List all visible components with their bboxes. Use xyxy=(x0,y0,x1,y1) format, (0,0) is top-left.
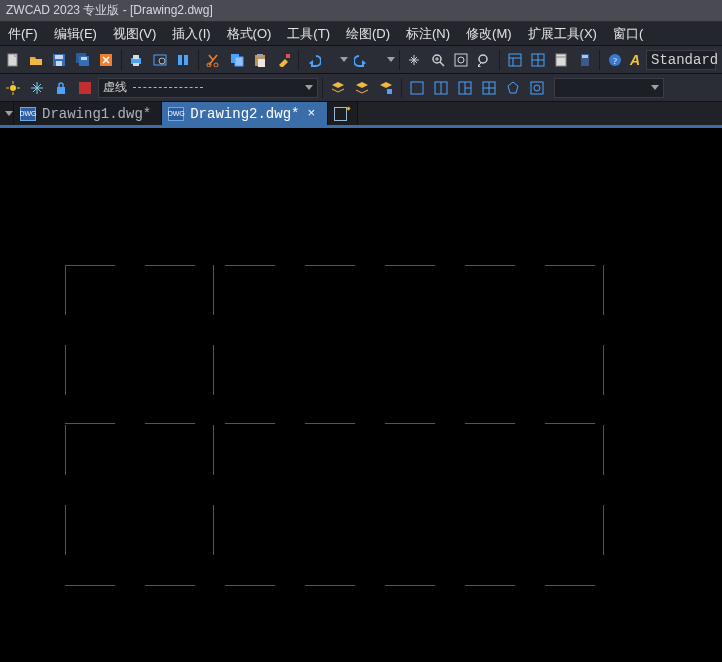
new-document-tab[interactable] xyxy=(328,102,358,125)
text-style-select[interactable]: Standard xyxy=(646,50,716,70)
svg-rect-5 xyxy=(56,61,62,66)
tool-palettes-button[interactable] xyxy=(551,49,572,71)
layer-color-swatch[interactable] xyxy=(74,77,96,99)
viewport-single-button[interactable] xyxy=(406,77,428,99)
svg-rect-35 xyxy=(509,54,521,66)
close-button[interactable] xyxy=(95,49,116,71)
svg-rect-52 xyxy=(57,87,65,94)
menu-ext[interactable]: 扩展工具(X) xyxy=(520,25,605,43)
linetype-label: 虚线 xyxy=(103,79,127,96)
new-file-button[interactable] xyxy=(2,49,23,71)
svg-rect-16 xyxy=(184,55,188,65)
redo-button[interactable] xyxy=(350,49,371,71)
document-tab-label: Drawing1.dwg* xyxy=(42,106,151,122)
print-preview-button[interactable] xyxy=(149,49,170,71)
match-properties-button[interactable] xyxy=(273,49,294,71)
chevron-down-icon xyxy=(305,85,313,90)
zoom-realtime-button[interactable] xyxy=(427,49,448,71)
svg-text:?: ? xyxy=(613,55,617,65)
viewport-three-button[interactable] xyxy=(454,77,476,99)
design-center-button[interactable] xyxy=(527,49,548,71)
svg-rect-54 xyxy=(387,89,392,94)
layer-sun-icon[interactable] xyxy=(2,77,24,99)
viewport-two-button[interactable] xyxy=(430,77,452,99)
paste-button[interactable] xyxy=(250,49,271,71)
layer-freeze-icon[interactable] xyxy=(26,77,48,99)
document-tab-drawing1[interactable]: DWG Drawing1.dwg* xyxy=(14,102,162,125)
zoom-previous-button[interactable] xyxy=(474,49,495,71)
svg-rect-55 xyxy=(411,82,423,94)
viewport-object-button[interactable] xyxy=(526,77,548,99)
viewport-four-button[interactable] xyxy=(478,77,500,99)
menu-draw[interactable]: 绘图(D) xyxy=(338,25,398,43)
publish-button[interactable] xyxy=(172,49,193,71)
toolbar-separator xyxy=(499,50,500,70)
document-tab-drawing2[interactable]: DWG Drawing2.dwg* × xyxy=(162,102,328,125)
toolbar-separator xyxy=(399,50,400,70)
menu-window[interactable]: 窗口( xyxy=(605,25,651,43)
svg-point-33 xyxy=(479,55,487,63)
copy-button[interactable] xyxy=(226,49,247,71)
svg-point-32 xyxy=(458,57,464,63)
svg-point-47 xyxy=(10,85,16,91)
redo-dropdown[interactable] xyxy=(373,49,394,71)
close-tab-button[interactable]: × xyxy=(305,106,317,121)
svg-point-14 xyxy=(159,58,165,64)
drawing-line xyxy=(603,265,604,585)
menu-format[interactable]: 格式(O) xyxy=(219,25,280,43)
help-button[interactable]: ? xyxy=(604,49,625,71)
menu-insert[interactable]: 插入(I) xyxy=(164,25,218,43)
linetype-select[interactable]: 虚线 xyxy=(98,78,318,98)
viewport-scale-select[interactable] xyxy=(554,78,664,98)
toolbar-separator xyxy=(401,78,402,98)
undo-button[interactable] xyxy=(303,49,324,71)
save-button[interactable] xyxy=(49,49,70,71)
svg-rect-41 xyxy=(556,54,566,66)
drawing-line xyxy=(65,265,66,585)
menu-file[interactable]: 件(F) xyxy=(0,25,46,43)
viewport-poly-button[interactable] xyxy=(502,77,524,99)
layer-previous-button[interactable] xyxy=(351,77,373,99)
menu-dim[interactable]: 标注(N) xyxy=(398,25,458,43)
svg-rect-15 xyxy=(178,55,182,65)
chevron-down-icon xyxy=(651,85,659,90)
svg-rect-12 xyxy=(133,63,139,66)
zoom-window-button[interactable] xyxy=(450,49,471,71)
menu-modify[interactable]: 修改(M) xyxy=(458,25,520,43)
svg-rect-20 xyxy=(235,57,243,66)
svg-rect-24 xyxy=(286,54,290,58)
toolbar-separator xyxy=(298,50,299,70)
svg-rect-65 xyxy=(531,82,543,94)
svg-line-28 xyxy=(440,62,444,66)
save-all-button[interactable] xyxy=(72,49,93,71)
pan-button[interactable] xyxy=(404,49,425,71)
print-button[interactable] xyxy=(126,49,147,71)
menu-edit[interactable]: 编辑(E) xyxy=(46,25,105,43)
drawing-canvas[interactable] xyxy=(0,128,722,662)
text-style-icon: A xyxy=(628,52,642,68)
new-file-icon xyxy=(334,107,347,121)
chevron-down-icon xyxy=(5,111,13,116)
menu-view[interactable]: 视图(V) xyxy=(105,25,164,43)
drawing-line xyxy=(213,265,214,585)
layer-lock-icon[interactable] xyxy=(50,77,72,99)
undo-dropdown[interactable] xyxy=(327,49,348,71)
toolbar-separator xyxy=(322,78,323,98)
layer-manager-button[interactable] xyxy=(327,77,349,99)
properties-button[interactable] xyxy=(504,49,525,71)
dwg-file-icon: DWG xyxy=(20,107,36,121)
svg-rect-8 xyxy=(81,57,87,60)
toolbar-separator xyxy=(599,50,600,70)
window-title: ZWCAD 2023 专业版 - [Drawing2.dwg] xyxy=(6,2,213,19)
drawing-line xyxy=(65,585,603,586)
svg-point-18 xyxy=(214,63,218,67)
calculator-button[interactable] xyxy=(574,49,595,71)
cut-button[interactable] xyxy=(203,49,224,71)
toolbar-separator xyxy=(121,50,122,70)
layer-states-button[interactable] xyxy=(375,77,397,99)
open-file-button[interactable] xyxy=(25,49,46,71)
svg-rect-44 xyxy=(582,55,588,58)
menu-tools[interactable]: 工具(T) xyxy=(279,25,338,43)
dwg-file-icon: DWG xyxy=(168,107,184,121)
tab-list-dropdown[interactable] xyxy=(0,102,14,125)
